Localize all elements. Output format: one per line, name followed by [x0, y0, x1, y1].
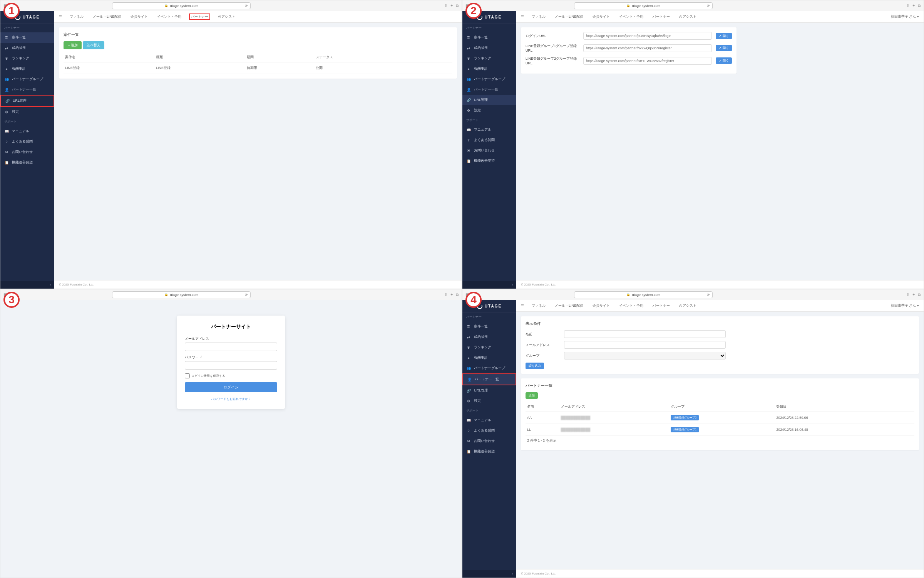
sidebar-collapse[interactable]: ‹: [0, 281, 54, 289]
tab-partner[interactable]: パートナー: [189, 13, 210, 20]
sidebar-item-feedback[interactable]: 📋機能改善要望: [462, 446, 516, 457]
newtab-icon[interactable]: +: [912, 3, 915, 8]
add-button[interactable]: ＋追加: [64, 41, 82, 49]
sidebar-item-partner-group[interactable]: 👥パートナーグループ: [0, 74, 54, 84]
sidebar-item-feedback[interactable]: 📋機能改善要望: [462, 156, 516, 166]
forgot-password-link[interactable]: パスワードをお忘れですか？: [211, 397, 251, 401]
tab-partner[interactable]: パートナー: [651, 13, 671, 20]
tab-member-site[interactable]: 会員サイト: [129, 13, 149, 20]
sidebar-item-ranking[interactable]: ♛ランキング: [462, 342, 516, 353]
sidebar-item-rewards[interactable]: ¥報酬集計: [462, 64, 516, 74]
remember-checkbox-input[interactable]: [185, 373, 190, 378]
filter-name-input[interactable]: [564, 330, 726, 338]
tab-event[interactable]: イベント・予約: [618, 13, 645, 20]
sidebar-item-partner-list[interactable]: 👤パートナー一覧: [462, 84, 516, 95]
remember-checkbox[interactable]: ログイン状態を保存する: [185, 373, 277, 378]
sidebar-item-contact[interactable]: ✉お問い合わせ: [462, 145, 516, 156]
hamburger-icon[interactable]: ☰: [521, 15, 524, 19]
tab-event[interactable]: イベント・予約: [618, 302, 645, 309]
newtab-icon[interactable]: +: [450, 3, 453, 8]
tabs-icon[interactable]: ⧉: [918, 292, 921, 297]
row-menu-icon[interactable]: ⋮: [909, 416, 913, 420]
sidebar-item-contact[interactable]: ✉お問い合わせ: [462, 436, 516, 446]
login-button[interactable]: ログイン: [185, 382, 277, 392]
sidebar-item-ranking[interactable]: ♛ランキング: [0, 53, 54, 64]
sidebar-item-feedback[interactable]: 📋機能改善要望: [0, 157, 54, 168]
table-row[interactable]: LL ████████████ LINE登録グループ1 2024/12/28 1…: [526, 424, 914, 436]
password-field[interactable]: [185, 361, 277, 370]
tab-event[interactable]: イベント・予約: [156, 13, 183, 20]
url-bar[interactable]: 🔒 utage-system.com ⟳: [574, 2, 713, 9]
tab-funnel[interactable]: ファネル: [530, 302, 547, 309]
sidebar-item-manual[interactable]: 📖マニュアル: [462, 124, 516, 135]
sidebar-item-cases[interactable]: ≣案件一覧: [462, 321, 516, 332]
sidebar-item-contracts[interactable]: ⇄成約状況: [462, 332, 516, 342]
user-menu[interactable]: 福田由季子 さん ▾: [891, 14, 919, 19]
reload-icon[interactable]: ⟳: [707, 293, 710, 297]
url-input[interactable]: [583, 57, 712, 65]
tab-mail-line[interactable]: メール・LINE配信: [553, 13, 585, 20]
sidebar-item-partner-group[interactable]: 👥パートナーグループ: [462, 363, 516, 373]
open-button[interactable]: ↗開く: [716, 57, 732, 64]
hamburger-icon[interactable]: ☰: [521, 304, 524, 308]
sidebar-item-faq[interactable]: ?よくある質問: [462, 425, 516, 436]
sidebar-item-rewards[interactable]: ¥報酬集計: [0, 64, 54, 74]
sidebar-item-settings[interactable]: ⚙設定: [462, 105, 516, 116]
url-bar[interactable]: 🔒 utage-system.com ⟳: [112, 2, 251, 9]
tab-member-site[interactable]: 会員サイト: [591, 13, 611, 20]
tabs-icon[interactable]: ⧉: [456, 292, 459, 297]
tab-funnel[interactable]: ファネル: [530, 13, 547, 20]
add-partner-button[interactable]: 追加: [526, 392, 538, 399]
sidebar-item-url-manage[interactable]: 🔗URL管理: [462, 95, 516, 105]
newtab-icon[interactable]: +: [450, 292, 453, 297]
sidebar-item-faq[interactable]: ?よくある質問: [0, 136, 54, 147]
url-bar[interactable]: 🔒 utage-system.com ⟳: [574, 291, 713, 298]
email-field[interactable]: [185, 343, 277, 351]
open-button[interactable]: ↗開く: [716, 45, 732, 51]
url-bar[interactable]: 🔒 utage-system.com ⟳: [112, 291, 251, 298]
tab-ai-assist[interactable]: AIアシスト: [216, 13, 237, 20]
sidebar-item-partner-group[interactable]: 👥パートナーグループ: [462, 74, 516, 84]
sidebar-item-rewards[interactable]: ¥報酬集計: [462, 353, 516, 363]
url-input[interactable]: [583, 32, 712, 40]
filter-submit-button[interactable]: 絞り込み: [526, 363, 544, 369]
url-input[interactable]: [583, 44, 712, 52]
sidebar-item-cases[interactable]: ≣案件一覧: [0, 32, 54, 43]
share-icon[interactable]: ⇪: [444, 3, 447, 8]
newtab-icon[interactable]: +: [912, 292, 915, 297]
sort-button[interactable]: 並べ替え: [83, 41, 104, 49]
share-icon[interactable]: ⇪: [906, 3, 909, 8]
tab-partner[interactable]: パートナー: [651, 302, 671, 309]
sidebar-item-contracts[interactable]: ⇄成約状況: [462, 43, 516, 53]
sidebar-item-url-manage[interactable]: 🔗URL管理: [0, 95, 54, 107]
sidebar-item-settings[interactable]: ⚙設定: [0, 107, 54, 117]
sidebar-item-partner-list[interactable]: 👤パートナー一覧: [0, 84, 54, 95]
user-menu[interactable]: 福田由季子 さん ▾: [891, 303, 919, 308]
tab-ai-assist[interactable]: AIアシスト: [678, 302, 698, 309]
hamburger-icon[interactable]: ☰: [59, 15, 62, 19]
reload-icon[interactable]: ⟳: [245, 293, 248, 297]
tab-member-site[interactable]: 会員サイト: [591, 302, 611, 309]
row-menu-icon[interactable]: ⋮: [909, 428, 913, 432]
reload-icon[interactable]: ⟳: [245, 4, 248, 8]
sidebar-collapse[interactable]: ‹: [462, 570, 516, 578]
sidebar-item-partner-list[interactable]: 👤パートナー一覧: [462, 373, 516, 385]
sidebar-item-cases[interactable]: ≣案件一覧: [462, 32, 516, 43]
table-row[interactable]: LINE登録 LINE登録 無期限 公開 ⋮: [64, 62, 452, 74]
share-icon[interactable]: ⇪: [906, 292, 909, 297]
open-button[interactable]: ↗開く: [716, 33, 732, 39]
sidebar-item-settings[interactable]: ⚙設定: [462, 396, 516, 406]
sidebar-collapse[interactable]: ‹: [462, 281, 516, 289]
filter-email-input[interactable]: [564, 341, 726, 349]
sidebar-item-contact[interactable]: ✉お問い合わせ: [0, 147, 54, 157]
sidebar-item-ranking[interactable]: ♛ランキング: [462, 53, 516, 64]
sidebar-item-faq[interactable]: ?よくある質問: [462, 135, 516, 145]
row-menu-icon[interactable]: ⋮: [447, 66, 451, 70]
tab-mail-line[interactable]: メール・LINE配信: [91, 13, 123, 20]
tabs-icon[interactable]: ⧉: [918, 3, 921, 8]
filter-group-select[interactable]: [564, 352, 726, 360]
tabs-icon[interactable]: ⧉: [456, 3, 459, 8]
share-icon[interactable]: ⇪: [444, 292, 447, 297]
sidebar-item-manual[interactable]: 📖マニュアル: [0, 126, 54, 136]
table-row[interactable]: AA ████████████ LINE登録グループ2 2024/12/28 2…: [526, 412, 914, 424]
